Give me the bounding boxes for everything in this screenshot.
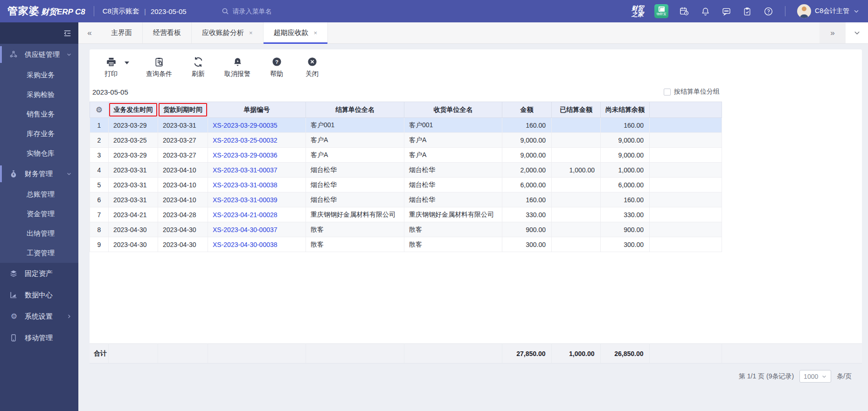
column-header-settle_unit[interactable]: 结算单位全名 (306, 102, 404, 118)
help-icon[interactable] (763, 6, 773, 16)
group-by-settle-unit-checkbox[interactable]: 按结算单位分组 (664, 88, 720, 96)
report-meta-row: 2023-05-05 按结算单位分组 (90, 84, 722, 102)
help-button[interactable]: ? 帮助 (267, 56, 286, 78)
caimao-home-logo[interactable]: 财贸 之家 (632, 5, 644, 17)
close-report-button[interactable]: 关闭 (303, 56, 321, 78)
close-icon[interactable]: × (314, 29, 318, 36)
search-icon (222, 7, 229, 15)
checkbox[interactable] (664, 89, 671, 96)
printer-icon (105, 56, 117, 68)
column-header-filler[interactable] (650, 102, 722, 118)
column-header-doc_no[interactable]: 单据编号 (208, 102, 306, 118)
column-header-due_date[interactable]: 货款到期时间 (158, 102, 208, 118)
cell-doc_no[interactable]: XS-2023-03-29-00035 (208, 118, 306, 133)
cell-filler (650, 192, 722, 207)
sidebar-item-general-ledger[interactable]: 总账管理 (0, 185, 78, 204)
close-icon[interactable]: × (249, 29, 253, 36)
cell-doc_no[interactable]: XS-2023-03-25-00032 (208, 133, 306, 148)
menu-search[interactable] (222, 7, 303, 15)
tab-business-dashboard[interactable]: 经营看板 (143, 22, 192, 43)
table-row[interactable]: 42023-03-312023-04-10XS-2023-03-31-00037… (90, 163, 722, 178)
column-header-unsettled_balance[interactable]: 尚未结算余额 (601, 102, 650, 118)
column-header-receive_unit[interactable]: 收货单位全名 (404, 102, 502, 118)
menu-search-input[interactable] (233, 7, 303, 15)
total-cell-amount: 27,850.00 (502, 344, 551, 363)
tab-main-screen[interactable]: 主界面 (101, 22, 143, 43)
sidebar-item-physical-warehouse[interactable]: 实物仓库 (0, 144, 78, 163)
cell-settle_unit: 客户A (306, 133, 404, 148)
sidebar-item-sales-business[interactable]: 销售业务 (0, 104, 78, 124)
sidebar-item-mobile-management[interactable]: 移动管理 (0, 327, 78, 349)
table-row[interactable]: 92023-04-302023-04-30XS-2023-04-30-00038… (90, 237, 722, 252)
sidebar-item-supply-chain[interactable]: 供应链管理 (0, 44, 78, 65)
print-button[interactable]: 打印 (102, 56, 120, 78)
sidebar-item-fixed-assets[interactable]: 固定资产 (0, 263, 78, 284)
cell-doc_no[interactable]: XS-2023-03-31-00037 (208, 163, 306, 178)
table-row[interactable]: 62023-03-312023-04-10XS-2023-03-31-00039… (90, 192, 722, 207)
page-info: 第 1/1 页 (9条记录) (739, 372, 794, 381)
wulianbao-app-icon[interactable]: 物联宝 (654, 4, 668, 18)
cell-rownum: 3 (90, 148, 109, 163)
cell-rownum: 7 (90, 207, 109, 222)
bell-icon[interactable] (700, 6, 710, 16)
message-icon[interactable] (721, 6, 731, 16)
tabs-scroll-right-button[interactable]: » (819, 22, 846, 43)
sidebar-item-data-center[interactable]: 数据中心 (0, 284, 78, 306)
cell-doc_no[interactable]: XS-2023-03-31-00038 (208, 178, 306, 192)
sidebar-item-payroll-management[interactable]: 工资管理 (0, 243, 78, 263)
cancel-alarm-button[interactable]: 取消报警 (224, 56, 250, 78)
sidebar-item-cashier-management[interactable]: 出纳管理 (0, 224, 78, 243)
product-name: 财贸ERP C8 (41, 7, 85, 17)
cell-filler (650, 148, 722, 163)
table-row[interactable]: 72023-04-212023-04-28XS-2023-04-21-00028… (90, 207, 722, 222)
cell-doc_no[interactable]: XS-2023-03-29-00036 (208, 148, 306, 163)
query-conditions-icon (154, 56, 165, 68)
table-row[interactable]: 52023-03-312023-04-10XS-2023-03-31-00038… (90, 178, 722, 192)
page-size-select[interactable]: 1000 (799, 370, 831, 383)
print-dropdown-caret[interactable] (125, 62, 129, 64)
sidebar-group-system-settings: ⚙ 系统设置 (0, 306, 78, 327)
column-header-biz_date[interactable]: 业务发生时间 (109, 102, 158, 118)
tabs-scroll-left-button[interactable]: « (78, 22, 101, 43)
column-header-rownum[interactable]: ⚙ (90, 102, 109, 118)
sidebar-item-inventory-business[interactable]: 库存业务 (0, 124, 78, 144)
cell-biz_date: 2023-03-31 (109, 178, 158, 192)
pagination: 第 1/1 页 (9条记录) 1000 条/页 (90, 363, 862, 383)
tab-overdue-receivables[interactable]: 超期应收款 × (264, 22, 328, 43)
query-conditions-button[interactable]: 查询条件 (146, 56, 172, 78)
sidebar-item-finance[interactable]: ¥ 财务管理 (0, 163, 78, 185)
table-row[interactable]: 32023-03-292023-03-27XS-2023-03-29-00036… (90, 148, 722, 163)
cell-receive_unit: 客户A (404, 148, 502, 163)
tab-bar: « 主界面 经营看板 应收账龄分析 × 超期应收款 × » (78, 22, 868, 44)
cell-unsettled_balance: 9,000.00 (601, 133, 650, 148)
column-header-amount[interactable]: 金额 (502, 102, 552, 118)
table-row[interactable]: 82023-04-302023-04-30XS-2023-04-30-00037… (90, 222, 722, 237)
column-settings-icon[interactable]: ⚙ (96, 106, 102, 114)
clipboard-check-icon[interactable] (742, 6, 752, 16)
close-icon (307, 56, 318, 68)
cell-doc_no[interactable]: XS-2023-03-31-00039 (208, 192, 306, 207)
column-header-settled_amount[interactable]: 已结算金额 (552, 102, 601, 118)
refresh-button[interactable]: 刷新 (189, 56, 208, 78)
tab-receivables-aging[interactable]: 应收账龄分析 × (192, 22, 264, 43)
cell-amount: 330.00 (502, 207, 552, 222)
cell-settled_amount (552, 133, 601, 148)
calendar-clock-icon[interactable] (679, 6, 689, 16)
cell-settled_amount (552, 118, 601, 133)
tabs-dropdown-button[interactable] (846, 22, 868, 43)
cell-rownum: 1 (90, 118, 109, 133)
avatar (797, 4, 811, 18)
sidebar-collapse-icon[interactable] (63, 29, 72, 38)
cell-settle_unit: 散客 (306, 222, 404, 237)
sidebar-item-funds-management[interactable]: 资金管理 (0, 204, 78, 224)
help-icon: ? (271, 56, 282, 68)
sidebar-item-purchase-business[interactable]: 采购业务 (0, 65, 78, 85)
sidebar-item-purchase-inspection[interactable]: 采购检验 (0, 85, 78, 104)
sidebar-item-system-settings[interactable]: ⚙ 系统设置 (0, 306, 78, 327)
cell-doc_no[interactable]: XS-2023-04-30-00037 (208, 222, 306, 237)
cell-doc_no[interactable]: XS-2023-04-21-00028 (208, 207, 306, 222)
cell-doc_no[interactable]: XS-2023-04-30-00038 (208, 237, 306, 252)
user-menu[interactable]: C8会计主管 (797, 4, 860, 18)
table-row[interactable]: 12023-03-292023-03-31XS-2023-03-29-00035… (90, 118, 722, 133)
table-row[interactable]: 22023-03-252023-03-27XS-2023-03-25-00032… (90, 133, 722, 148)
